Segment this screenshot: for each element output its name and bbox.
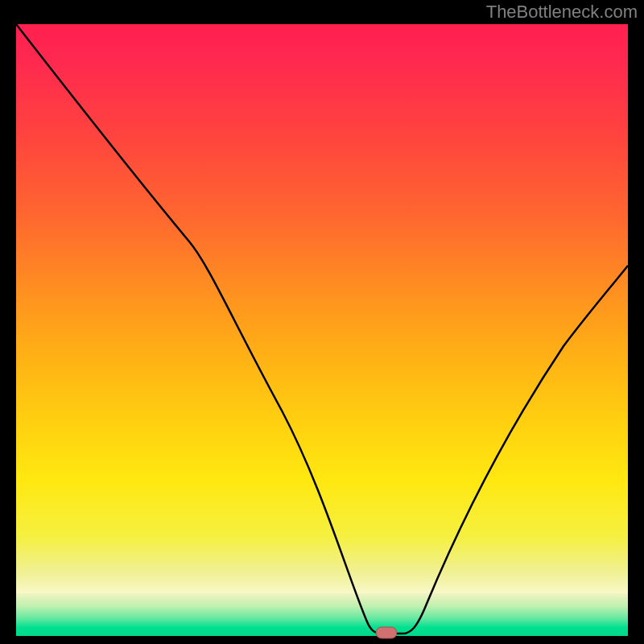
chart-svg (16, 24, 628, 636)
chart-frame: TheBottleneck.com (0, 0, 644, 644)
chart-area (16, 24, 628, 636)
bottleneck-curve (16, 24, 628, 634)
watermark-text: TheBottleneck.com (486, 2, 638, 23)
optimum-marker (376, 627, 397, 638)
